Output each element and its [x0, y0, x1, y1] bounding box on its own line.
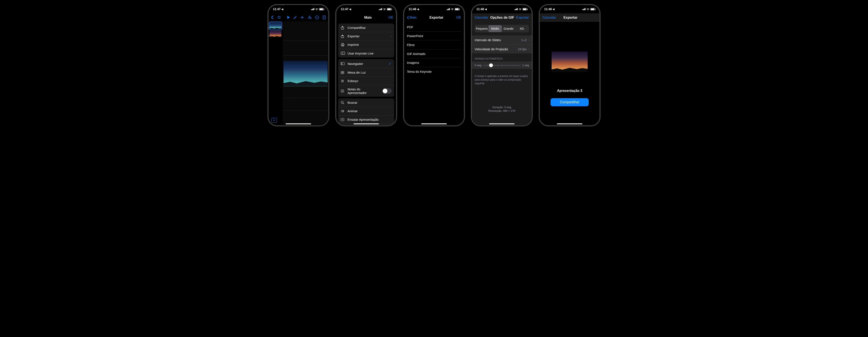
seg-small[interactable]: Pequeno — [475, 25, 489, 32]
time: 11:48 — [409, 7, 416, 11]
export-gif[interactable]: GIF Animado — [407, 49, 461, 58]
document-icon[interactable] — [322, 15, 326, 20]
row-light-table[interactable]: Mesa de Luz — [338, 68, 394, 77]
home-indicator[interactable] — [353, 123, 379, 124]
row-print[interactable]: Imprimir — [338, 40, 394, 49]
cancel-button[interactable]: Cancelar — [542, 16, 556, 20]
home-indicator[interactable] — [286, 123, 311, 124]
svg-rect-14 — [341, 63, 342, 64]
export-preview-image — [552, 52, 588, 72]
chevron-right-icon: › — [528, 38, 529, 42]
row-browser[interactable]: Navegador ✓ — [338, 59, 394, 68]
svg-rect-18 — [343, 73, 344, 74]
row-search[interactable]: Buscar — [338, 99, 394, 107]
svg-rect-17 — [341, 73, 342, 74]
svg-rect-16 — [343, 71, 344, 72]
ok-button[interactable]: OK — [456, 16, 461, 20]
export-icon — [341, 34, 345, 38]
export-powerpoint[interactable]: PowerPoint — [407, 32, 461, 40]
row-share[interactable]: Compartilhar — [338, 24, 394, 32]
notch — [352, 5, 380, 10]
row-keynote-live[interactable]: Usar Keynote Live — [338, 49, 394, 57]
svg-rect-10 — [342, 43, 343, 44]
slide-thumb-1[interactable]: 1 — [270, 22, 281, 29]
cancel-button[interactable]: Cancelar — [475, 16, 488, 20]
slide-canvas[interactable] — [283, 21, 329, 125]
home-indicator[interactable] — [421, 123, 447, 124]
play-icon[interactable] — [287, 16, 290, 19]
phone-editor: 11:47◀ 1 — [268, 4, 329, 126]
battery-icon — [455, 8, 459, 10]
chevron-right-icon: › — [528, 47, 529, 51]
export-pdf[interactable]: PDF — [407, 23, 461, 32]
slide-thumb-2[interactable]: 2 — [270, 30, 281, 37]
battery-icon — [319, 8, 324, 10]
notch — [420, 5, 448, 10]
share-button[interactable]: Compartilhar — [551, 98, 589, 106]
time: 11:48 — [476, 7, 484, 11]
export-images[interactable]: Imagens — [407, 58, 461, 67]
checkmark-icon: ✓ — [389, 61, 392, 66]
page-title: Mais — [364, 16, 372, 20]
time: 11:47 — [273, 7, 281, 11]
row-presenter-notes[interactable]: Notas do Apresentador — [338, 85, 394, 97]
footnote: O tempo é aplicado a eventos de toque us… — [472, 73, 532, 87]
section-auto-advance: 0 seg 1 seg — [472, 61, 532, 69]
time: 11:48 — [544, 7, 552, 11]
presenter-notes-toggle[interactable] — [382, 88, 392, 94]
export-theme[interactable]: Tema do Keynote — [407, 67, 461, 76]
section-gif-settings: Intervalo de Slides 1–2› Velocidade de P… — [472, 35, 532, 53]
share-icon — [341, 26, 345, 30]
more-icon[interactable] — [315, 15, 319, 20]
brush-icon[interactable] — [293, 16, 297, 19]
row-outline[interactable]: Esboço — [338, 77, 394, 85]
broadcast-icon — [341, 52, 345, 55]
seg-large[interactable]: Grande — [502, 25, 515, 32]
rehearse-icon — [341, 118, 345, 121]
slide-navigator[interactable]: 1 2 — [268, 21, 283, 125]
notes-icon — [341, 89, 345, 93]
add-slide-button[interactable]: + — [271, 118, 277, 122]
page-title: Exportar — [429, 16, 443, 20]
notch — [285, 5, 312, 10]
row-slide-range[interactable]: Intervalo de Slides 1–2› — [472, 35, 532, 45]
notch — [488, 5, 516, 10]
auto-advance-slider[interactable] — [484, 65, 520, 65]
seg-medium[interactable]: Médio — [489, 25, 502, 32]
back-button[interactable]: Mais — [407, 16, 416, 20]
nav-header: Cancelar Opções de GIF Exportar — [472, 13, 532, 22]
add-icon[interactable] — [301, 16, 304, 19]
location-icon: ◀ — [349, 8, 351, 10]
ok-button[interactable]: OK — [389, 16, 393, 20]
export-button[interactable]: Exportar — [516, 16, 529, 20]
size-segmented-control[interactable]: Pequeno Médio Grande XG — [475, 25, 529, 32]
svg-rect-15 — [341, 71, 342, 72]
label: Intervalo de Slides — [475, 38, 501, 42]
wifi-icon — [586, 8, 590, 10]
slider-knob[interactable] — [489, 63, 493, 67]
home-indicator[interactable] — [489, 123, 515, 124]
print-icon — [341, 43, 345, 47]
svg-point-0 — [309, 16, 310, 18]
nav-header: Mais Exportar OK — [404, 13, 464, 22]
export-movie[interactable]: Filme — [407, 40, 461, 49]
nav-header: Cancelar Exportar — [539, 13, 600, 22]
collaborate-icon[interactable] — [307, 16, 311, 19]
row-fps[interactable]: Velocidade de Projeção 24 fps› — [472, 45, 532, 53]
location-icon: ◀ — [417, 8, 419, 10]
auto-advance-header: AVANÇO AUTOMÁTICO — [472, 57, 532, 61]
row-export[interactable]: Exportar › — [338, 32, 394, 40]
undo-icon[interactable] — [277, 15, 281, 20]
slide-content[interactable] — [283, 61, 328, 86]
browser-icon — [341, 62, 345, 65]
section-share: Compartilhar Exportar › Imprimir Usar Ke… — [338, 24, 394, 57]
svg-point-20 — [341, 102, 343, 104]
wifi-icon — [519, 8, 522, 10]
row-animate[interactable]: Animar — [338, 107, 394, 115]
wifi-icon — [383, 8, 386, 10]
export-filename: Apresentação 3 — [557, 89, 582, 93]
seg-xl[interactable]: XG — [515, 25, 528, 32]
home-indicator[interactable] — [557, 123, 582, 124]
back-icon[interactable] — [271, 16, 273, 19]
row-rehearse[interactable]: Ensaiar Apresentação — [338, 115, 394, 124]
